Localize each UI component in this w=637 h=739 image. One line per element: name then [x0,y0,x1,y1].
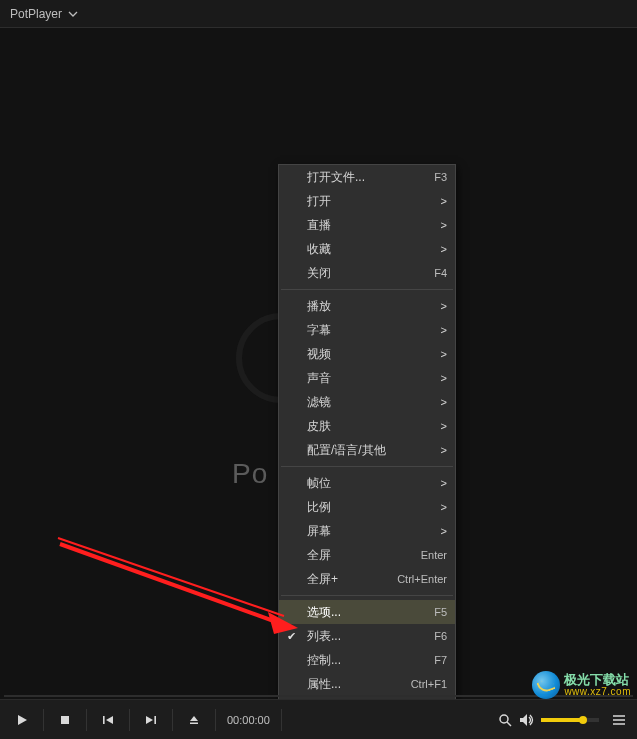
menu-item-accel: F5 [434,606,447,618]
menu-item[interactable]: 帧位> [279,471,455,495]
watermark-logo-icon [532,671,560,699]
menu-item[interactable]: 滤镜> [279,390,455,414]
watermark-sub: www.xz7.com [564,687,631,698]
submenu-indicator-icon: > [437,525,447,537]
context-menu: 打开文件...F3打开>直播>收藏>关闭F4播放>字幕>视频>声音>滤镜>皮肤>… [278,164,456,721]
menu-item-accel: Ctrl+F1 [411,678,447,690]
menu-item[interactable]: 打开> [279,189,455,213]
menu-item[interactable]: 屏幕> [279,519,455,543]
svg-marker-11 [520,714,527,726]
menu-item-label: 屏幕 [307,523,437,540]
search-button[interactable] [491,702,519,738]
menu-item[interactable]: 全屏+Ctrl+Enter [279,567,455,591]
menu-separator [281,595,453,596]
menu-item-label: 直播 [307,217,437,234]
stop-button[interactable] [47,702,83,738]
submenu-indicator-icon: > [437,300,447,312]
menu-item[interactable]: 控制...F7 [279,648,455,672]
menu-item-label: 收藏 [307,241,437,258]
menu-item-label: 打开 [307,193,437,210]
submenu-indicator-icon: > [437,348,447,360]
svg-marker-7 [190,716,198,721]
menu-item[interactable]: 视频> [279,342,455,366]
watermark-main: 极光下载站 [564,673,631,687]
submenu-indicator-icon: > [437,444,447,456]
menu-item[interactable]: 关闭F4 [279,261,455,285]
submenu-indicator-icon: > [437,195,447,207]
submenu-indicator-icon: > [437,324,447,336]
submenu-indicator-icon: > [437,243,447,255]
menu-item-label: 选项... [307,604,434,621]
menu-item-label: 全屏 [307,547,421,564]
divider [172,709,173,731]
menu-item[interactable]: ✔列表...F6 [279,624,455,648]
menu-item[interactable]: 皮肤> [279,414,455,438]
volume-fill [541,718,583,722]
logo-text: Po [232,458,268,490]
eject-button[interactable] [176,702,212,738]
volume-slider[interactable] [541,718,599,722]
title-bar[interactable]: PotPlayer [0,0,637,28]
menu-item-label: 属性... [307,676,411,693]
svg-rect-2 [61,716,69,724]
menu-item-label: 视频 [307,346,437,363]
submenu-indicator-icon: > [437,477,447,489]
menu-separator [281,466,453,467]
watermark-text: 极光下载站 www.xz7.com [564,673,631,697]
submenu-indicator-icon: > [437,420,447,432]
svg-marker-4 [106,716,113,724]
menu-item-accel: F6 [434,630,447,642]
menu-item[interactable]: 字幕> [279,318,455,342]
divider [281,709,282,731]
divider [215,709,216,731]
menu-item[interactable]: 选项...F5 [279,600,455,624]
menu-item-label: 关闭 [307,265,434,282]
svg-rect-8 [190,722,198,724]
svg-line-10 [507,722,511,726]
menu-item-label: 配置/语言/其他 [307,442,437,459]
menu-item[interactable]: 播放> [279,294,455,318]
prev-button[interactable] [90,702,126,738]
menu-item[interactable]: 收藏> [279,237,455,261]
menu-item-accel: Ctrl+Enter [397,573,447,585]
menu-item-label: 帧位 [307,475,437,492]
title-dropdown-icon[interactable] [68,9,78,19]
menu-item[interactable]: 直播> [279,213,455,237]
volume-icon[interactable] [519,713,535,727]
check-icon: ✔ [287,630,296,643]
menu-item-label: 打开文件... [307,169,434,186]
svg-rect-6 [154,716,156,724]
divider [86,709,87,731]
watermark: 极光下载站 www.xz7.com [532,671,631,699]
svg-rect-3 [103,716,105,724]
divider [43,709,44,731]
timecode: 00:00:00 [219,714,278,726]
menu-separator [281,289,453,290]
menu-item-label: 列表... [307,628,434,645]
next-button[interactable] [133,702,169,738]
menu-item-label: 比例 [307,499,437,516]
menu-item[interactable]: 声音> [279,366,455,390]
menu-item-accel: Enter [421,549,447,561]
menu-item[interactable]: 全屏Enter [279,543,455,567]
divider [129,709,130,731]
playlist-button[interactable] [605,702,633,738]
menu-item-label: 皮肤 [307,418,437,435]
app-title: PotPlayer [10,7,62,21]
menu-item-accel: F4 [434,267,447,279]
volume-thumb[interactable] [579,716,587,724]
menu-item-label: 全屏+ [307,571,397,588]
menu-item[interactable]: 配置/语言/其他> [279,438,455,462]
menu-item-label: 播放 [307,298,437,315]
submenu-indicator-icon: > [437,372,447,384]
svg-point-9 [500,715,508,723]
menu-item[interactable]: 打开文件...F3 [279,165,455,189]
volume-control [519,713,605,727]
menu-item-accel: F7 [434,654,447,666]
play-button[interactable] [4,702,40,738]
menu-item[interactable]: 属性...Ctrl+F1 [279,672,455,696]
menu-item-label: 控制... [307,652,434,669]
submenu-indicator-icon: > [437,501,447,513]
submenu-indicator-icon: > [437,396,447,408]
menu-item[interactable]: 比例> [279,495,455,519]
